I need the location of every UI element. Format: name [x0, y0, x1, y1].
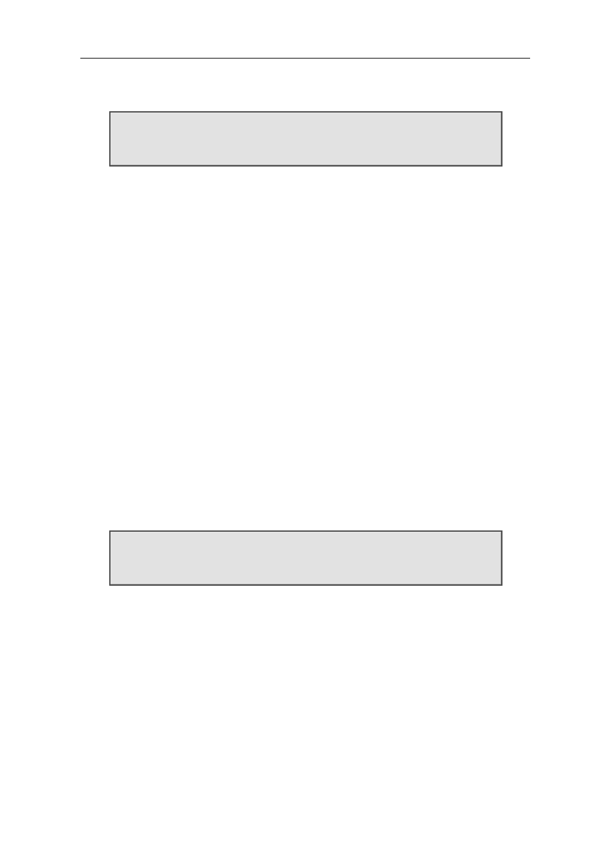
inset-panel: [109, 111, 502, 167]
page: [0, 0, 613, 868]
horizontal-rule: [80, 58, 530, 59]
inset-panel: [109, 530, 502, 586]
